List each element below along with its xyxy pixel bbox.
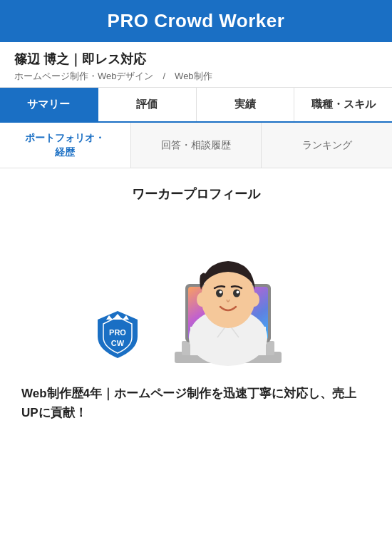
- tab-review[interactable]: 評価: [98, 88, 197, 121]
- profile-name: 篠辺 博之｜即レス対応: [14, 51, 378, 68]
- tab-portfolio[interactable]: ポートフォリオ・経歴: [0, 123, 131, 168]
- tab-qa-history[interactable]: 回答・相談履歴: [131, 123, 262, 168]
- worker-profile-section: ワーカープロフィール PRO CW: [0, 168, 392, 437]
- app-title: PRO Crowd Worker: [14, 10, 378, 32]
- svg-point-15: [233, 290, 240, 297]
- svg-point-12: [197, 292, 207, 307]
- tab-results[interactable]: 実績: [197, 88, 295, 121]
- profile-name-section: 篠辺 博之｜即レス対応 ホームページ制作・Webデザイン / Web制作: [0, 42, 392, 88]
- svg-point-14: [216, 290, 223, 297]
- pro-cw-badge-icon: PRO CW: [89, 305, 146, 362]
- worker-avatar-icon: [160, 220, 303, 370]
- svg-text:CW: CW: [111, 339, 125, 347]
- app-header: PRO Crowd Worker: [0, 0, 392, 42]
- profile-subtitle: ホームページ制作・Webデザイン / Web制作: [14, 70, 378, 83]
- svg-rect-7: [190, 327, 266, 355]
- svg-text:PRO: PRO: [109, 328, 126, 337]
- tab-summary[interactable]: サマリー: [0, 88, 98, 121]
- tab-ranking[interactable]: ランキング: [262, 123, 392, 168]
- tabs-row2: ポートフォリオ・経歴 回答・相談履歴 ランキング: [0, 123, 392, 168]
- section-title: ワーカープロフィール: [14, 185, 378, 203]
- tabs-row1: サマリー 評価 実績 職種・スキル: [0, 88, 392, 123]
- tab-skills[interactable]: 職種・スキル: [294, 88, 392, 121]
- illustration-area: PRO CW: [14, 220, 378, 370]
- profile-description: Web制作歴4年｜ホームページ制作を迅速丁寧に対応し、売上UPに貢献！: [14, 384, 378, 422]
- svg-point-13: [249, 292, 259, 307]
- svg-point-17: [237, 291, 239, 294]
- svg-point-16: [220, 291, 222, 294]
